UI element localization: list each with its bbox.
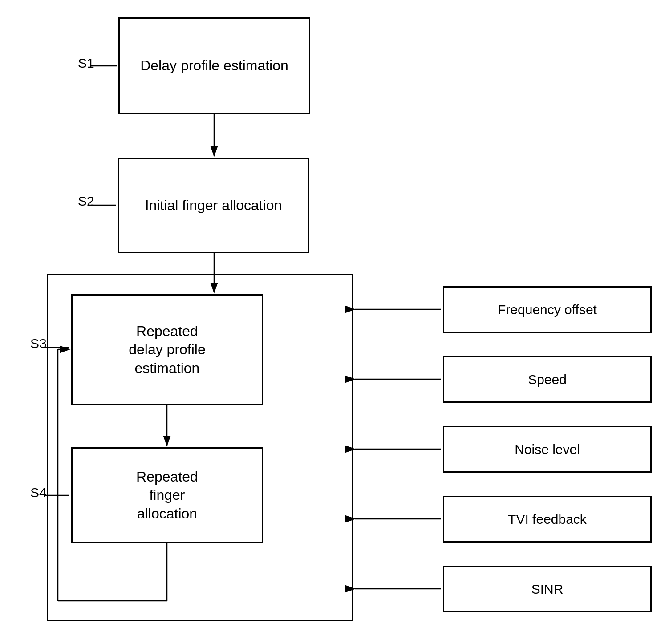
freq-offset-box: Frequency offset (443, 286, 652, 333)
tvi-feedback-label: TVI feedback (508, 510, 587, 528)
s2-label: S2 (78, 194, 94, 209)
delay-profile-label: Delay profile estimation (140, 57, 288, 75)
repeated-finger-label: Repeatedfingerallocation (136, 468, 198, 523)
noise-level-label: Noise level (515, 441, 580, 458)
initial-finger-box: Initial finger allocation (118, 158, 309, 253)
freq-offset-label: Frequency offset (498, 301, 597, 318)
sinr-box: SINR (443, 566, 652, 612)
s1-label: S1 (78, 56, 94, 71)
repeated-delay-label: Repeateddelay profileestimation (129, 322, 206, 378)
initial-finger-label: Initial finger allocation (145, 196, 282, 215)
speed-label: Speed (528, 371, 567, 388)
repeated-finger-box: Repeatedfingerallocation (71, 447, 263, 543)
sinr-label: SINR (531, 580, 564, 598)
repeated-delay-box: Repeateddelay profileestimation (71, 294, 263, 405)
noise-level-box: Noise level (443, 426, 652, 473)
s3-label: S3 (30, 336, 47, 351)
tvi-feedback-box: TVI feedback (443, 496, 652, 543)
speed-box: Speed (443, 356, 652, 403)
diagram-container: Delay profile estimation Initial finger … (0, 0, 665, 644)
delay-profile-box: Delay profile estimation (118, 17, 310, 114)
s4-label: S4 (30, 485, 47, 500)
